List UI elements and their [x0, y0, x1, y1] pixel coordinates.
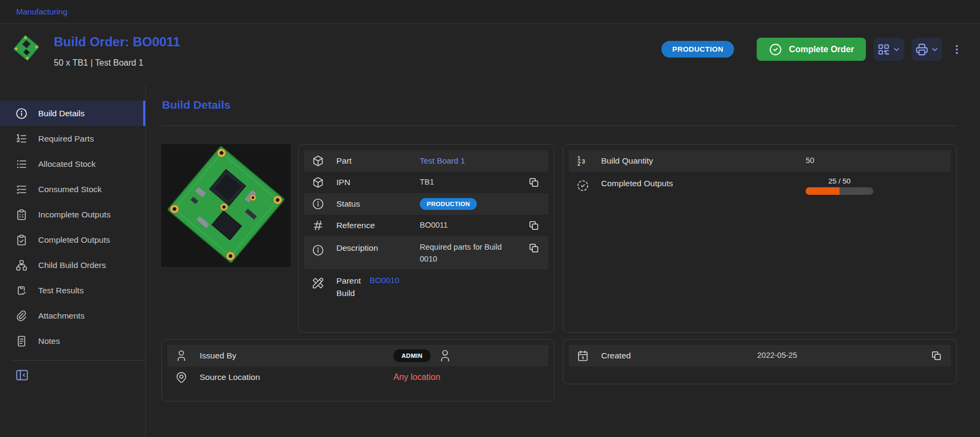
- sidebar-item-build-details[interactable]: Build Details: [0, 101, 145, 126]
- detail-row-completed-outputs: Completed Outputs 25 / 50: [569, 172, 951, 199]
- sidebar-item-label: Allocated Stock: [38, 159, 96, 169]
- copy-button[interactable]: [528, 176, 541, 189]
- sidebar-item-allocated-stock[interactable]: Allocated Stock: [0, 151, 145, 177]
- detail-label: Part: [336, 154, 420, 167]
- clipboard-check-icon: [15, 234, 28, 246]
- copy-icon: [528, 220, 540, 231]
- chevron-down-icon: [930, 45, 939, 54]
- copy-button[interactable]: [930, 349, 943, 362]
- sidebar-collapse-button[interactable]: [15, 368, 29, 382]
- dots-vertical-icon: [951, 44, 963, 55]
- build-quantity-value: 50: [806, 155, 814, 167]
- part-link[interactable]: Test Board 1: [420, 155, 465, 167]
- sidebar-item-completed-outputs[interactable]: Completed Outputs: [0, 227, 145, 252]
- detail-row-description: Description Required parts for Build 001…: [304, 236, 548, 269]
- chevron-down-icon: [892, 45, 901, 54]
- user-icon: [438, 349, 452, 363]
- clipboard-list-icon: [15, 208, 28, 221]
- build-order-thumbnail[interactable]: [12, 33, 41, 62]
- list-numbers-icon: [15, 132, 28, 145]
- parent-build-link[interactable]: BO0010: [370, 274, 399, 287]
- pcb-image: [161, 144, 291, 267]
- description-value: Required parts for Build 0010: [420, 242, 516, 265]
- sidebar-item-label: Child Build Orders: [38, 260, 106, 270]
- numbers-123-icon: 1 2 3: [576, 154, 589, 167]
- sidebar-item-required-parts[interactable]: Required Parts: [0, 126, 145, 151]
- panel-title: Build Details: [162, 98, 957, 111]
- qr-code-icon: [877, 43, 891, 57]
- list-icon: [15, 158, 28, 171]
- box-icon: [312, 176, 325, 189]
- detail-row-ipn: IPN TB1: [304, 172, 548, 193]
- sidebar-item-child-build-orders[interactable]: Child Build Orders: [0, 252, 145, 278]
- pcb-thumbnail-image: [12, 33, 41, 62]
- svg-text:2: 2: [577, 161, 581, 167]
- paperclip-icon: [15, 309, 28, 322]
- page-header: Build Order: BO0011 50 x TB1 | Test Boar…: [0, 24, 980, 83]
- detail-row-part: Part Test Board 1: [304, 150, 548, 172]
- calendar-icon: [576, 349, 589, 362]
- info-circle-icon: [312, 198, 325, 210]
- sidebar-collapse-icon: [15, 368, 29, 382]
- barcode-actions-button[interactable]: [873, 38, 904, 61]
- copy-button[interactable]: [528, 219, 541, 232]
- page-subtitle: 50 x TB1 | Test Board 1: [54, 58, 180, 68]
- breadcrumb: Manufacturing: [0, 0, 980, 24]
- completed-outputs-progress: 25 / 50: [806, 177, 873, 195]
- sidebar-item-incomplete-outputs[interactable]: Incomplete Outputs: [0, 202, 145, 227]
- detail-label: Issued By: [200, 349, 393, 362]
- detail-row-build-quantity: 1 2 3 Build Quantity 50: [569, 150, 951, 172]
- panel-divider: [161, 125, 957, 126]
- tools-icon: [312, 277, 325, 290]
- sidebar-item-label: Consumed Stock: [38, 185, 102, 194]
- progress-text: 25 / 50: [806, 177, 873, 185]
- detail-label: Build Quantity: [601, 154, 806, 167]
- circle-check-icon: [769, 43, 782, 57]
- part-image[interactable]: [161, 144, 291, 333]
- complete-order-button[interactable]: Complete Order: [757, 38, 866, 61]
- detail-label: Status: [336, 198, 420, 210]
- copy-icon: [528, 242, 540, 254]
- complete-order-label: Complete Order: [789, 45, 854, 54]
- svg-text:3: 3: [582, 158, 585, 165]
- print-actions-button[interactable]: [912, 38, 942, 61]
- info-circle-icon: [312, 244, 325, 257]
- sidebar-item-label: Completed Outputs: [38, 235, 110, 245]
- sidebar-divider: [12, 360, 145, 361]
- sidebar-item-label: Test Results: [38, 286, 83, 295]
- detail-row-source-location: Source Location Any location: [167, 366, 548, 388]
- detail-label: Parent Build: [336, 274, 370, 300]
- detail-row-issued-by: Issued By ADMIN: [167, 345, 548, 366]
- created-value: 2022-05-25: [757, 350, 797, 362]
- breadcrumb-manufacturing-link[interactable]: Manufacturing: [16, 7, 67, 16]
- map-pin-icon: [175, 371, 188, 384]
- box-icon: [312, 154, 325, 167]
- sitemap-icon: [15, 259, 28, 272]
- detail-row-parent-build: Parent Build BO0010: [304, 269, 548, 304]
- sidebar-item-notes[interactable]: Notes: [0, 328, 145, 354]
- sidebar: Build Details Required Parts Allocated S…: [0, 83, 146, 437]
- build-details-card: Part Test Board 1 IPN TB1: [298, 144, 554, 333]
- issued-by-badge: ADMIN: [393, 349, 431, 362]
- detail-row-reference: Reference BO0011: [304, 215, 548, 236]
- more-actions-button[interactable]: [950, 38, 964, 61]
- sidebar-item-consumed-stock[interactable]: Consumed Stock: [0, 177, 145, 202]
- build-details-panel: Build Details: [146, 83, 980, 437]
- issued-card: Issued By ADMIN Source: [161, 339, 554, 401]
- created-card: Created 2022-05-25: [563, 339, 957, 384]
- quantities-card: 1 2 3 Build Quantity 50 Completed Output…: [563, 144, 957, 333]
- sidebar-item-label: Incomplete Outputs: [38, 210, 110, 220]
- reference-value: BO0011: [420, 220, 448, 231]
- detail-row-created: Created 2022-05-25: [569, 345, 951, 366]
- copy-button[interactable]: [528, 242, 541, 255]
- hash-icon: [312, 219, 325, 232]
- detail-label: Created: [601, 349, 757, 362]
- progress-check-icon: [576, 179, 589, 192]
- source-location-link[interactable]: Any location: [393, 372, 440, 382]
- page-title: Build Order: BO0011: [54, 34, 180, 50]
- sidebar-item-attachments[interactable]: Attachments: [0, 303, 145, 328]
- detail-row-status: Status PRODUCTION: [304, 193, 548, 215]
- sidebar-item-label: Attachments: [38, 311, 84, 321]
- sidebar-item-test-results[interactable]: Test Results: [0, 278, 145, 303]
- progress-track: [806, 187, 873, 195]
